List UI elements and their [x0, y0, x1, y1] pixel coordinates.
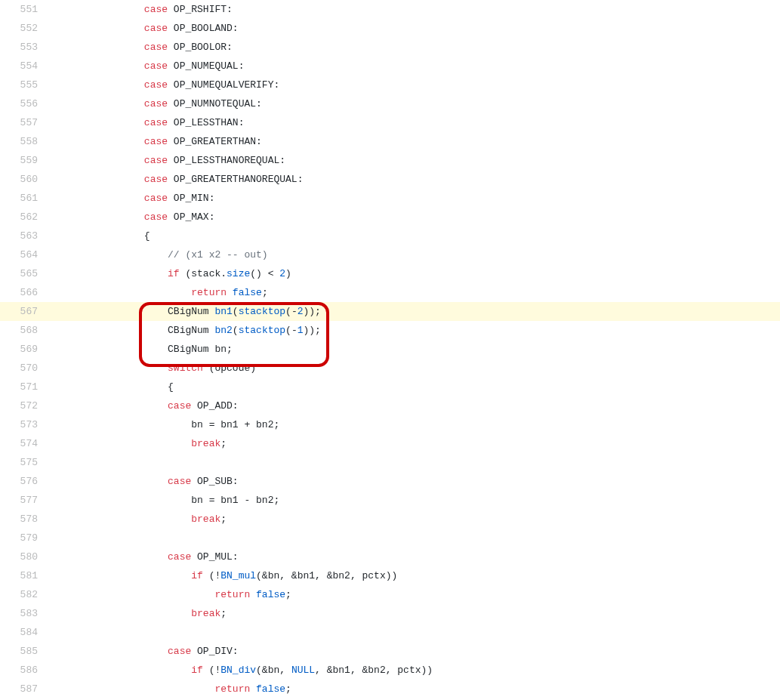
- token-kw: break: [191, 513, 220, 525]
- line-number[interactable]: 558: [0, 132, 50, 151]
- line-content: switch (opcode): [50, 359, 780, 378]
- token-const: false: [256, 683, 285, 695]
- code-line: 576 case OP_SUB:: [0, 472, 780, 491]
- line-number[interactable]: 563: [0, 227, 50, 245]
- token-kw: switch: [168, 362, 203, 374]
- line-content: case OP_NUMNOTEQUAL:: [50, 94, 780, 113]
- line-content: case OP_NUMEQUALVERIFY:: [50, 76, 780, 94]
- line-number[interactable]: 566: [0, 283, 50, 302]
- code-line: 552 case OP_BOOLAND:: [0, 19, 780, 38]
- line-number[interactable]: 580: [0, 547, 50, 566]
- line-number[interactable]: 584: [0, 623, 50, 642]
- code-line: 587 return false;: [0, 680, 780, 698]
- token-num: 2: [298, 306, 304, 317]
- token-kw: case: [144, 136, 168, 147]
- token-kw: if: [191, 570, 203, 581]
- line-number[interactable]: 551: [0, 0, 50, 19]
- token-kw: case: [144, 23, 168, 34]
- line-content: case OP_RSHIFT:: [50, 0, 780, 19]
- line-number[interactable]: 571: [0, 378, 50, 396]
- line-number[interactable]: 567: [0, 302, 50, 321]
- line-content: return false;: [50, 680, 780, 698]
- code-line: 583 break;: [0, 604, 780, 623]
- line-content: case OP_MUL:: [50, 547, 780, 566]
- line-number[interactable]: 582: [0, 585, 50, 604]
- token-const: false: [256, 589, 285, 600]
- code-line: 573 bn = bn1 + bn2;: [0, 415, 780, 434]
- line-number[interactable]: 573: [0, 415, 50, 434]
- token-kw: case: [168, 476, 191, 487]
- line-number[interactable]: 561: [0, 189, 50, 208]
- line-content: break;: [50, 434, 780, 453]
- token-cmt: // (x1 x2 -- out): [168, 249, 268, 261]
- line-number[interactable]: 575: [0, 453, 50, 472]
- line-number[interactable]: 576: [0, 472, 50, 491]
- code-line: 565 if (stack.size() < 2): [0, 264, 780, 283]
- code-line: 563 {: [0, 227, 780, 245]
- code-line: 575: [0, 453, 780, 472]
- line-content: {: [50, 378, 780, 396]
- line-number[interactable]: 574: [0, 434, 50, 453]
- code-line: 561 case OP_MIN:: [0, 189, 780, 208]
- line-number[interactable]: 587: [0, 680, 50, 698]
- code-line: 572 case OP_ADD:: [0, 396, 780, 415]
- line-content: // (x1 x2 -- out): [50, 245, 780, 264]
- code-line: 558 case OP_GREATERTHAN:: [0, 132, 780, 151]
- token-kw: break: [191, 608, 220, 619]
- token-fn: stacktop: [239, 325, 285, 336]
- token-fn: BN_div: [220, 665, 256, 676]
- token-const: false: [233, 287, 262, 298]
- line-number[interactable]: 555: [0, 76, 50, 94]
- token-kw: return: [214, 589, 250, 600]
- code-line: 581 if (!BN_mul(&bn, &bn1, &bn2, pctx)): [0, 566, 780, 585]
- line-content: case OP_DIV:: [50, 642, 780, 661]
- code-line: 560 case OP_GREATERTHANOREQUAL:: [0, 170, 780, 189]
- code-line: 569 CBigNum bn;: [0, 340, 780, 359]
- line-number[interactable]: 554: [0, 57, 50, 76]
- line-number[interactable]: 557: [0, 113, 50, 132]
- line-number[interactable]: 578: [0, 510, 50, 529]
- code-line: 574 break;: [0, 434, 780, 453]
- line-content: return false;: [50, 585, 780, 604]
- line-content: CBigNum bn;: [50, 340, 780, 359]
- line-number[interactable]: 553: [0, 38, 50, 57]
- line-number[interactable]: 577: [0, 491, 50, 510]
- line-number[interactable]: 562: [0, 208, 50, 227]
- token-kw: case: [168, 551, 191, 563]
- line-number[interactable]: 559: [0, 151, 50, 170]
- token-kw: break: [191, 438, 220, 449]
- line-content: case OP_MIN:: [50, 189, 780, 208]
- line-content: CBigNum bn2(stacktop(-1));: [50, 321, 780, 340]
- line-number[interactable]: 569: [0, 340, 50, 359]
- code-line: 562 case OP_MAX:: [0, 208, 780, 227]
- code-line: 554 case OP_NUMEQUAL:: [0, 57, 780, 76]
- token-fn: bn1: [214, 306, 232, 317]
- code-line: 557 case OP_LESSTHAN:: [0, 113, 780, 132]
- token-kw: case: [144, 155, 168, 166]
- line-number[interactable]: 572: [0, 396, 50, 415]
- line-content: {: [50, 227, 780, 245]
- token-const: NULL: [291, 665, 315, 676]
- line-content: case OP_SUB:: [50, 472, 780, 491]
- token-kw: case: [168, 646, 191, 657]
- line-content: case OP_BOOLOR:: [50, 38, 780, 57]
- token-num: 1: [298, 325, 304, 336]
- line-content: case OP_GREATERTHANOREQUAL:: [50, 170, 780, 189]
- line-content: break;: [50, 604, 780, 623]
- line-number[interactable]: 552: [0, 19, 50, 38]
- line-number[interactable]: 583: [0, 604, 50, 623]
- token-fn: bn2: [214, 325, 232, 336]
- line-number[interactable]: 585: [0, 642, 50, 661]
- token-num: 2: [279, 268, 285, 279]
- line-number[interactable]: 565: [0, 264, 50, 283]
- line-number[interactable]: 556: [0, 94, 50, 113]
- line-number[interactable]: 586: [0, 661, 50, 680]
- token-kw: case: [144, 98, 168, 109]
- code-line: 568 CBigNum bn2(stacktop(-1));: [0, 321, 780, 340]
- line-number[interactable]: 579: [0, 529, 50, 547]
- line-number[interactable]: 570: [0, 359, 50, 378]
- line-number[interactable]: 581: [0, 566, 50, 585]
- line-number[interactable]: 568: [0, 321, 50, 340]
- line-number[interactable]: 564: [0, 245, 50, 264]
- line-number[interactable]: 560: [0, 170, 50, 189]
